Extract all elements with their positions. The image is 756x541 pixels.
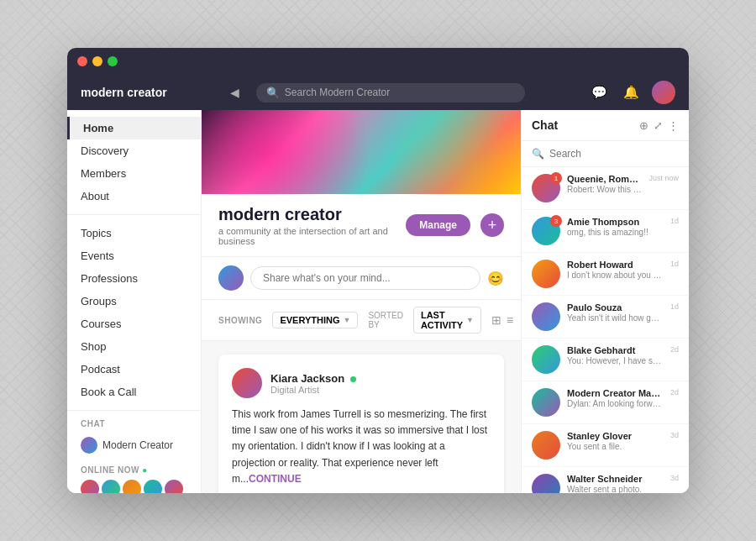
sorted-value: LAST ACTIVITY <box>421 310 463 330</box>
manage-button[interactable]: Manage <box>406 214 470 236</box>
chat-item-msg: omg, this is amazing!! <box>567 228 664 237</box>
chat-item-time: 1d <box>670 217 679 225</box>
online-user-4 <box>144 480 162 493</box>
chat-avatar <box>532 431 560 460</box>
new-chat-icon[interactable]: ⊕ <box>639 119 648 132</box>
chat-item-content: Walter Schneider Walter sent a photo. <box>567 474 664 493</box>
chat-item-time: Just now <box>648 174 679 182</box>
grid-view-icon[interactable]: ⊞ <box>491 313 501 327</box>
chat-item[interactable]: Walter Schneider Walter sent a photo. 3d <box>522 467 689 493</box>
minimize-button[interactable] <box>92 56 102 66</box>
chat-item[interactable]: Stanley Glover You sent a file. 3d <box>522 424 689 467</box>
chat-item-msg: You sent a file. <box>567 442 664 451</box>
chat-item-name: Stanley Glover <box>567 431 664 441</box>
sidebar-item-groups[interactable]: Groups <box>67 290 201 313</box>
unread-badge: 1 <box>550 172 562 184</box>
chat-item-name: Walter Schneider <box>567 474 664 484</box>
online-user-5 <box>165 480 183 493</box>
chat-header: Chat ⊕ ⤢ ⋮ <box>522 110 689 141</box>
topbar-icons: 💬 🔔 <box>588 81 675 104</box>
showing-value: EVERYTHING <box>280 315 339 325</box>
chat-item-msg: Walter sent a photo. <box>567 485 664 493</box>
chat-item-time: 2d <box>670 345 679 354</box>
chat-search: 🔍 <box>522 141 689 167</box>
bell-icon[interactable]: 🔔 <box>620 81 643 104</box>
close-button[interactable] <box>77 56 87 66</box>
chat-avatar: 1 <box>532 174 560 202</box>
emoji-icon[interactable]: 😊 <box>487 270 504 286</box>
chat-item-time: 3d <box>670 431 679 439</box>
chat-item-content: Paulo Souza Yeah isn't it wild how good … <box>567 302 664 323</box>
online-user-3 <box>123 480 141 493</box>
chat-item-content: Blake Gebhardt You: However, I have seen… <box>567 345 664 365</box>
user-avatar[interactable] <box>652 81 675 104</box>
chat-item-content: Queenie, Romana, Robert Robert: Wow this… <box>567 174 642 194</box>
chat-item-content: Amie Thompson omg, this is amazing!! <box>567 217 664 237</box>
search-placeholder: Search Modern Creator <box>285 87 390 98</box>
sidebar-item-members[interactable]: Members <box>67 162 201 185</box>
chat-avatar <box>532 302 560 331</box>
sidebar-item-events[interactable]: Events <box>67 244 201 267</box>
sidebar-chat-item[interactable]: Modern Creator <box>81 433 187 457</box>
chat-item[interactable]: Paulo Souza Yeah isn't it wild how good … <box>522 296 689 339</box>
expand-icon[interactable]: ⤢ <box>654 119 663 132</box>
sidebar-item-about[interactable]: About <box>67 185 201 207</box>
chat-icon[interactable]: 💬 <box>588 81 612 104</box>
online-indicator <box>350 376 356 382</box>
sidebar-item-book-a-call[interactable]: Book a Call <box>67 381 201 403</box>
chat-item[interactable]: Robert Howard I don't know about you but… <box>522 253 689 296</box>
community-info: modern creator a community at the inters… <box>218 204 396 246</box>
community-tagline: a community at the intersection of art a… <box>218 226 396 246</box>
main-content: modern creator a community at the inters… <box>202 110 521 493</box>
maximize-button[interactable] <box>108 56 118 66</box>
post-author-name: Kiara Jackson <box>270 372 356 385</box>
chat-item[interactable]: 3 Amie Thompson omg, this is amazing!! 1… <box>522 210 689 253</box>
sidebar-item-topics[interactable]: Topics <box>67 222 201 244</box>
search-bar[interactable]: 🔍 Search Modern Creator <box>256 83 525 102</box>
online-user-2 <box>102 480 120 493</box>
chat-item-content: Stanley Glover You sent a file. <box>567 431 664 451</box>
chevron-down-icon-2: ▼ <box>466 316 474 324</box>
sidebar-item-home[interactable]: Home <box>67 117 201 139</box>
chat-item[interactable]: Modern Creator Mastermind Group Dylan: A… <box>522 381 689 424</box>
chat-item[interactable]: Blake Gebhardt You: However, I have seen… <box>522 339 689 381</box>
continue-link[interactable]: CONTINUE <box>249 473 302 485</box>
chat-item-name: Amie Thompson <box>567 217 664 227</box>
chat-item-msg: Dylan: Am looking forward to the n... <box>567 399 664 408</box>
add-button[interactable]: + <box>480 213 504 237</box>
chat-item-msg: Yeah isn't it wild how good some... <box>567 313 664 323</box>
sidebar-item-professions[interactable]: Professions <box>67 267 201 290</box>
unread-badge: 3 <box>550 215 562 227</box>
online-label: ONLINE NOW ● <box>81 465 187 475</box>
chat-avatar <box>532 474 560 493</box>
chat-item-msg: You: However, I have seen some pe... <box>567 356 664 365</box>
logo: modern creator <box>81 86 167 99</box>
chat-item-content: Robert Howard I don't know about you but… <box>567 260 664 280</box>
community-name: modern creator <box>218 204 396 224</box>
chat-item[interactable]: 1 Queenie, Romana, Robert Robert: Wow th… <box>522 167 689 210</box>
community-header: modern creator a community at the inters… <box>202 194 521 257</box>
chat-search-icon: 🔍 <box>532 148 544 160</box>
nav-primary: Home Discovery Members About <box>67 110 201 215</box>
more-icon[interactable]: ⋮ <box>668 119 679 132</box>
sorted-dropdown[interactable]: LAST ACTIVITY ▼ <box>413 307 481 334</box>
chat-search-input[interactable] <box>549 148 679 160</box>
sorted-label: SORTED BY <box>368 311 403 329</box>
chat-item-time: 1d <box>670 260 679 268</box>
collapse-sidebar-button[interactable]: ◀ <box>230 86 239 99</box>
sidebar-item-shop[interactable]: Shop <box>67 335 201 358</box>
post-card: Kiara Jackson Digital Artist This work f… <box>218 355 504 493</box>
post-input[interactable] <box>250 266 480 290</box>
list-view-icon[interactable]: ≡ <box>507 313 513 327</box>
sidebar-item-courses[interactable]: Courses <box>67 313 201 335</box>
chat-item-time: 3d <box>670 474 679 482</box>
sidebar-item-discovery[interactable]: Discovery <box>67 139 201 162</box>
chat-avatar <box>532 388 560 417</box>
filter-bar: SHOWING EVERYTHING ▼ SORTED BY LAST ACTI… <box>202 300 521 341</box>
online-avatars: + <box>81 480 187 493</box>
sidebar-item-podcast[interactable]: Podcast <box>67 358 201 381</box>
chat-panel: Chat ⊕ ⤢ ⋮ 🔍 1 <box>521 110 689 493</box>
chat-section-label: CHAT <box>81 419 187 428</box>
showing-dropdown[interactable]: EVERYTHING ▼ <box>272 312 358 328</box>
online-now-section: ONLINE NOW ● + <box>67 460 201 493</box>
